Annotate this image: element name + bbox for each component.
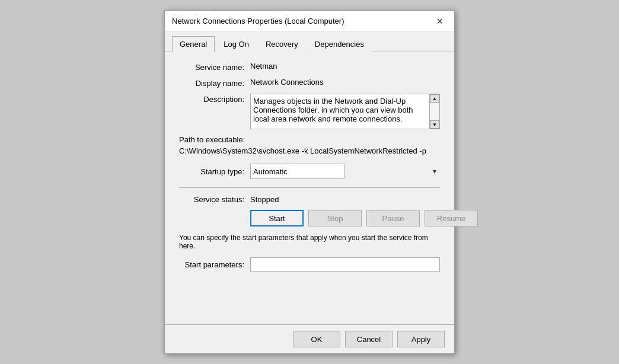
startup-type-label: Startup type: [179,167,250,176]
service-name-value: Netman [250,62,440,71]
startup-type-row: Startup type: Automatic Automatic (Delay… [179,164,440,179]
tab-logon[interactable]: Log On [216,36,257,52]
display-name-value: Network Connections [250,78,440,87]
path-value: C:\Windows\System32\svchost.exe -k Local… [179,146,440,155]
display-name-row: Display name: Network Connections [179,78,440,88]
tab-dependencies[interactable]: Dependencies [307,36,372,52]
start-button[interactable]: Start [250,210,304,226]
service-status-value: Stopped [250,195,279,204]
service-status-label: Service status: [179,195,250,204]
tab-recovery[interactable]: Recovery [258,36,306,52]
properties-dialog: Network Connections Properties (Local Co… [164,10,455,354]
startup-type-select-wrapper: Automatic Automatic (Delayed Start) Manu… [250,164,440,179]
startup-type-select[interactable]: Automatic Automatic (Delayed Start) Manu… [250,164,344,179]
dialog-title: Network Connections Properties (Local Co… [172,17,344,25]
description-scrollbar[interactable]: ▲ ▼ [429,94,440,129]
dialog-footer: OK Cancel Apply [165,324,454,353]
start-params-label: Start parameters: [179,260,250,269]
cancel-button[interactable]: Cancel [345,331,393,347]
hint-text: You can specify the start parameters tha… [179,234,434,250]
description-textarea[interactable] [250,94,440,129]
start-params-row: Start parameters: [179,257,440,272]
tab-bar: General Log On Recovery Dependencies [165,32,454,52]
service-buttons: Start Stop Pause Resume [250,210,440,226]
path-label: Path to executable: [179,135,440,144]
tab-content-general: Service name: Netman Display name: Netwo… [165,52,454,324]
path-section: Path to executable: C:\Windows\System32\… [179,135,440,155]
service-name-label: Service name: [179,62,250,72]
divider [179,187,440,188]
service-status-row: Service status: Stopped [179,195,440,204]
title-bar: Network Connections Properties (Local Co… [165,11,454,32]
display-name-label: Display name: [179,78,250,88]
scroll-track [430,103,439,120]
description-box: ▲ ▼ [250,94,440,129]
start-params-input[interactable] [250,257,440,272]
pause-button[interactable]: Pause [366,210,420,226]
service-name-row: Service name: Netman [179,62,440,72]
description-label: Description: [179,94,250,104]
description-row: Description: ▲ ▼ [179,94,440,129]
close-button[interactable]: ✕ [433,14,447,28]
scroll-down-button[interactable]: ▼ [430,120,439,129]
stop-button[interactable]: Stop [308,210,362,226]
apply-button[interactable]: Apply [397,331,445,347]
tab-general[interactable]: General [172,36,215,52]
ok-button[interactable]: OK [293,331,340,347]
scroll-up-button[interactable]: ▲ [430,94,439,103]
resume-button[interactable]: Resume [425,210,478,226]
